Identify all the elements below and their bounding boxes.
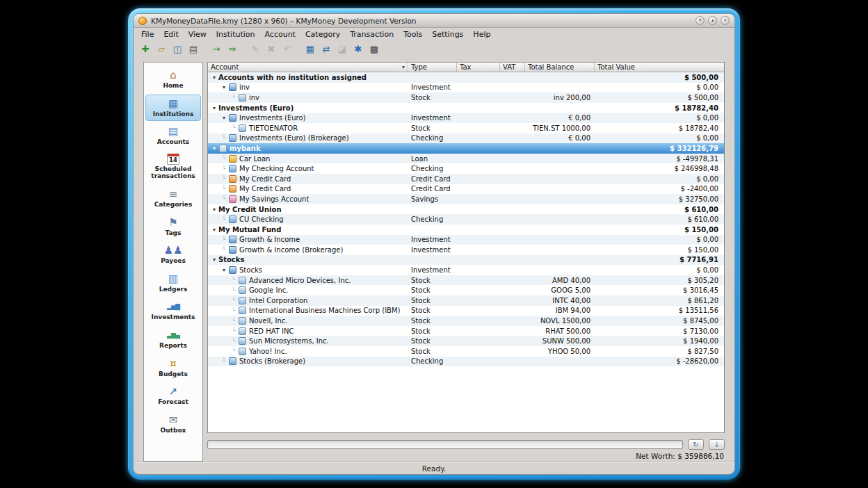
table-row[interactable]: └Sun Microsystems, Inc.StockSUNW 500,00$… xyxy=(208,336,724,346)
table-row[interactable]: └invStockinv 200,00$ 500,00 xyxy=(208,92,724,103)
menu-help[interactable]: Help xyxy=(468,29,495,40)
sidebar-item-budgets[interactable]: ¤Budgets xyxy=(145,355,201,382)
table-row[interactable]: └Intel CorporationStockINTC 40,00$ 861,2… xyxy=(208,295,724,306)
new-institution-icon[interactable]: → xyxy=(209,42,223,56)
expander-icon[interactable]: ▾ xyxy=(210,227,218,233)
table-row[interactable]: └TIETOENATORStockTIEN.ST 1000,00$ 18782,… xyxy=(208,123,724,133)
table-row[interactable]: ▾Investments (Euro)Investment€ 0,00$ 0,0… xyxy=(208,113,724,123)
account-type: Investment xyxy=(408,83,457,91)
table-row[interactable]: └Investments (Euro) (Brokerage)Checking€… xyxy=(208,133,724,144)
column-header-total-value[interactable]: Total Value xyxy=(595,63,724,72)
column-header-tax[interactable]: Tax xyxy=(457,63,500,72)
sidebar-item-forecast[interactable]: ↗Forecast xyxy=(145,382,201,409)
print-icon[interactable]: ▤ xyxy=(186,42,200,56)
sidebar-item-outbox[interactable]: ✉Outbox xyxy=(145,411,201,438)
table-row[interactable]: └International Business Machines Corp (I… xyxy=(208,306,724,316)
sidebar-item-accounts[interactable]: ▤Accounts xyxy=(145,122,201,149)
account-name: Intel Corporation xyxy=(249,297,307,304)
tree-branch-icon: └ xyxy=(230,318,238,325)
account-type: Investment xyxy=(408,236,457,243)
table-row[interactable]: └My Credit CardCredit Card$ 0,00 xyxy=(208,174,724,184)
table-row[interactable]: └My Savings AccountSavings$ 32750,00 xyxy=(208,194,724,204)
menu-tools[interactable]: Tools xyxy=(399,29,427,40)
table-row[interactable]: ▾invInvestment$ 0,00 xyxy=(208,83,724,93)
sidebar-item-home[interactable]: ⌂Home xyxy=(145,66,201,93)
table-row[interactable]: └Car LoanLoan$ -49978,31 xyxy=(208,154,724,164)
expander-icon[interactable]: ▾ xyxy=(210,105,218,111)
column-header-type[interactable]: Type xyxy=(408,63,457,72)
progress-cancel-button[interactable]: ↓ xyxy=(709,439,725,450)
sidebar-item-investments[interactable]: ▂▅▇Investments xyxy=(145,298,201,325)
table-row[interactable]: ▾Investments (Euro)$ 18782,40 xyxy=(208,103,724,113)
calendar-icon: 14 xyxy=(167,154,179,165)
table-row[interactable]: └Google Inc.StockGOOG 5,00$ 3016,45 xyxy=(208,285,724,295)
expander-icon[interactable]: ▾ xyxy=(220,267,228,273)
menu-settings[interactable]: Settings xyxy=(427,29,468,40)
progress-bar xyxy=(207,440,683,449)
sidebar-item-ledgers[interactable]: ▥Ledgers xyxy=(145,270,201,297)
table-row[interactable]: ▾Accounts with no institution assigned$ … xyxy=(208,72,724,83)
transfer-icon[interactable]: ⇄ xyxy=(319,42,333,56)
total-value: $ 18782,40 xyxy=(595,124,724,132)
menu-file[interactable]: File xyxy=(136,29,159,40)
table-row[interactable]: └Yahoo! Inc.StockYHOO 50,00$ 827,50 xyxy=(208,346,724,357)
configure-icon[interactable]: ✱ xyxy=(351,42,365,56)
open-file-icon[interactable]: ▱ xyxy=(154,42,168,56)
table-row[interactable]: └Advanced Micro Devices, Inc.StockAMD 40… xyxy=(208,275,724,286)
total-balance: € 0,00 xyxy=(525,134,595,142)
new-file-icon[interactable]: ✚ xyxy=(138,42,152,56)
ledger-icon[interactable]: ▦ xyxy=(303,42,317,56)
tags-icon: ⚑ xyxy=(167,216,179,229)
expander-icon[interactable]: ▾ xyxy=(220,115,228,121)
save-icon[interactable]: ◫ xyxy=(170,42,184,56)
expander-icon[interactable]: ▾ xyxy=(210,257,218,263)
minimize-button[interactable]: ▾ xyxy=(696,16,705,25)
table-row[interactable]: ▾Stocks$ 7716,91 xyxy=(208,255,724,266)
table-row[interactable]: └Stocks (Brokerage)Checking$ -28620,00 xyxy=(208,357,724,367)
maximize-button[interactable]: ▴ xyxy=(708,16,717,25)
column-header-account[interactable]: Account ▾ xyxy=(208,63,408,72)
menu-category[interactable]: Category xyxy=(300,29,345,40)
table-row[interactable]: └Growth & Income (Brokerage)Investment$ … xyxy=(208,245,724,255)
close-button[interactable]: × xyxy=(721,16,730,25)
table-row[interactable]: ▾My Mutual Fund$ 150,00 xyxy=(208,225,724,235)
menu-edit[interactable]: Edit xyxy=(159,29,183,40)
expander-icon[interactable]: ▾ xyxy=(210,206,218,213)
expander-icon[interactable]: ▾ xyxy=(220,84,228,90)
bank-account-icon xyxy=(219,145,227,152)
table-row[interactable]: └CU CheckingChecking$ 610,00 xyxy=(208,214,724,225)
table-row[interactable]: └Novell, Inc.StockNOVL 1500,00$ 8745,00 xyxy=(208,316,724,326)
expander-icon[interactable]: ▾ xyxy=(210,74,218,81)
sort-indicator-icon: ▾ xyxy=(402,64,405,70)
grid-icon[interactable]: ▩ xyxy=(367,42,381,56)
sidebar-item-reports[interactable]: ▃▆▄Reports xyxy=(145,326,201,353)
progress-details-button[interactable]: ↻ xyxy=(688,439,704,450)
table-row[interactable]: └My Credit CardCredit Card$ -2400,00 xyxy=(208,184,724,195)
sidebar-item-label: Institutions xyxy=(153,111,194,118)
table-row[interactable]: └Growth & IncomeInvestment$ 0,00 xyxy=(208,235,724,245)
outbox-icon: ✉ xyxy=(167,414,179,426)
sidebar-item-institutions[interactable]: ▦Institutions xyxy=(145,95,201,122)
table-row[interactable]: └RED HAT INCStockRHAT 500,00$ 7130,00 xyxy=(208,326,724,336)
column-header-vat[interactable]: VAT xyxy=(500,63,525,72)
sidebar-item-payees[interactable]: ♟♟Payees xyxy=(145,241,201,268)
menu-view[interactable]: View xyxy=(184,29,211,40)
menu-institution[interactable]: Institution xyxy=(211,29,260,40)
menu-account[interactable]: Account xyxy=(260,29,300,40)
menu-transaction[interactable]: Transaction xyxy=(345,29,399,40)
table-row-selected[interactable]: ▾mybank$ 332126,79 xyxy=(208,143,724,154)
expander-icon[interactable]: ▾ xyxy=(210,145,218,152)
sidebar-item-tags[interactable]: ⚑Tags xyxy=(145,213,201,241)
total-value: $ 0,00 xyxy=(595,266,724,274)
table-row[interactable]: ▾My Credit Union$ 610,00 xyxy=(208,204,724,215)
table-row[interactable]: ▾StocksInvestment$ 0,00 xyxy=(208,265,724,275)
tree-branch-icon: └ xyxy=(220,186,228,193)
loan-account-icon xyxy=(229,155,236,163)
account-type: Checking xyxy=(408,165,457,172)
new-account-icon[interactable]: ⇒ xyxy=(225,42,239,56)
sidebar-item-categories[interactable]: ≡Categories xyxy=(145,185,201,212)
sidebar-item-scheduled-transactions[interactable]: 14Scheduled transactions xyxy=(145,151,201,184)
table-row[interactable]: └My Checking AccountChecking$ 246998,48 xyxy=(208,163,724,174)
column-header-total-balance[interactable]: Total Balance xyxy=(525,63,595,72)
titlebar[interactable]: KMyMoneyDataFile.kmy (1280 x 960) – KMyM… xyxy=(134,14,734,28)
